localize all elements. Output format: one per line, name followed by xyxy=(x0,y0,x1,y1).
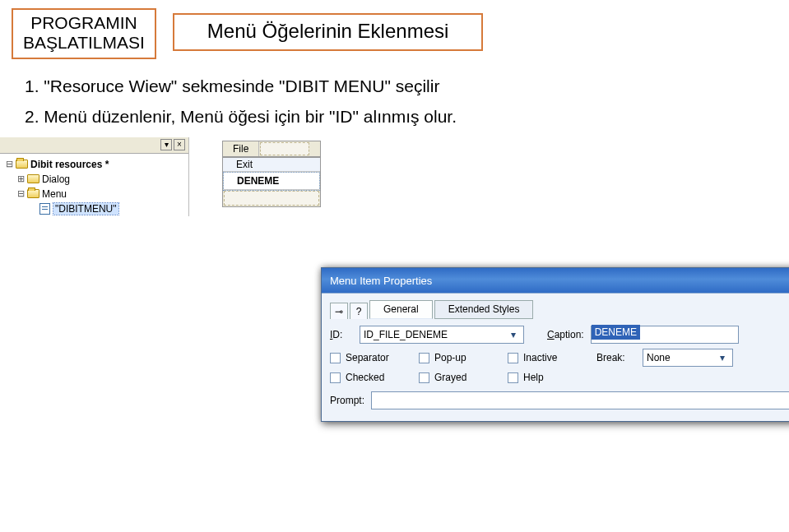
tree-dialog-label[interactable]: Dialog xyxy=(42,173,70,185)
checkbox-checked[interactable]: Checked xyxy=(330,372,412,383)
badge-line2: BAŞLATILMASI xyxy=(23,33,145,53)
dialog-title-text: Menu Item Properties xyxy=(330,275,432,287)
help-icon[interactable]: ? xyxy=(350,303,368,319)
menu-item-properties-dialog: Menu Item Properties ✕ ⊸ ? General Exten… xyxy=(321,267,789,422)
badge-box: PROGRAMIN BAŞLATILMASI xyxy=(12,8,156,59)
chevron-down-icon[interactable]: ▾ xyxy=(716,352,729,363)
step-2: 2. Menü düzenlenir, Menü öğesi için bir … xyxy=(25,106,789,127)
folder-open-icon xyxy=(26,188,39,200)
pushpin-icon[interactable]: ⊸ xyxy=(330,303,348,319)
badge-line1: PROGRAMIN xyxy=(23,13,145,33)
menu-strip[interactable]: File xyxy=(222,141,321,157)
tree-collapse-icon[interactable]: ⊟ xyxy=(15,188,26,199)
pane-close-icon[interactable]: × xyxy=(174,139,185,150)
menu-placeholder[interactable] xyxy=(260,142,309,155)
break-value: None xyxy=(647,352,671,363)
step-1: 1. "Resoruce Wiew" sekmesinde "DIBIT MEN… xyxy=(25,76,789,97)
dialog-tabs: ⊸ ? General Extended Styles xyxy=(330,300,789,319)
folder-closed-icon xyxy=(26,173,39,185)
menu-item-deneme[interactable]: DENEME xyxy=(224,173,319,190)
checkbox-grayed[interactable]: Grayed xyxy=(419,372,501,383)
menu-editor-pane: File Exit DENEME xyxy=(189,137,789,216)
label-caption: Caption: xyxy=(547,329,584,340)
checkbox-separator[interactable]: Separator xyxy=(330,352,412,363)
tree-menu-label[interactable]: Menu xyxy=(42,188,67,200)
checkbox-help[interactable]: Help xyxy=(508,372,590,383)
label-prompt: Prompt: xyxy=(330,395,364,406)
menu-file[interactable]: File xyxy=(223,141,259,156)
pane-minimize-icon[interactable]: ▾ xyxy=(160,139,172,150)
label-id: ID: xyxy=(330,329,353,340)
tree-expand-icon[interactable]: ⊞ xyxy=(15,173,26,184)
tab-extended-styles[interactable]: Extended Styles xyxy=(434,300,534,319)
id-value: ID_FILE_DENEME xyxy=(364,329,448,340)
caption-value: DENEME xyxy=(592,325,640,340)
tree-root-label[interactable]: Dibit resources * xyxy=(30,159,109,170)
tree-collapse-icon[interactable]: ⊟ xyxy=(3,159,15,169)
chevron-down-icon[interactable]: ▾ xyxy=(507,329,520,340)
folder-open-icon xyxy=(15,159,28,170)
tree-dibitmenu-item[interactable]: "DIBITMENU" xyxy=(53,203,118,215)
checkbox-popup[interactable]: Pop-up xyxy=(419,352,501,363)
prompt-input[interactable] xyxy=(371,391,789,409)
resource-view-pane: ▾ × ⊟ Dibit resources * ⊞ Dialog ⊟ Menu … xyxy=(0,137,189,216)
menu-dropdown[interactable]: Exit DENEME xyxy=(222,157,321,207)
resource-tree[interactable]: ⊟ Dibit resources * ⊞ Dialog ⊟ Menu "DIB… xyxy=(0,154,188,216)
dialog-titlebar[interactable]: Menu Item Properties ✕ xyxy=(322,268,789,293)
file-icon xyxy=(38,203,51,215)
label-break: Break: xyxy=(596,352,636,363)
pane-ruler: ▾ × xyxy=(0,137,188,154)
break-combobox[interactable]: None ▾ xyxy=(643,349,733,367)
menu-item-placeholder[interactable] xyxy=(224,191,319,206)
tab-general[interactable]: General xyxy=(369,300,433,319)
id-combobox[interactable]: ID_FILE_DENEME ▾ xyxy=(360,326,524,344)
page-title: Menü Öğelerinin Eklenmesi xyxy=(173,13,483,51)
caption-input[interactable]: DENEME xyxy=(591,326,739,344)
checkbox-inactive[interactable]: Inactive xyxy=(508,352,590,363)
menu-item-exit[interactable]: Exit xyxy=(223,158,320,172)
